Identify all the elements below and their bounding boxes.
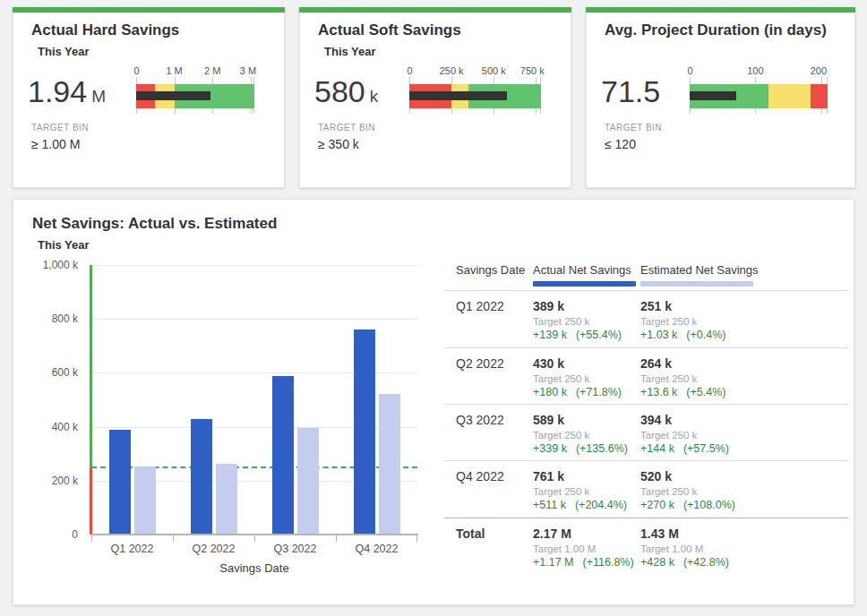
estimated-delta: +144 k(+57.5%)	[640, 442, 729, 455]
card-accent-strip	[299, 7, 571, 13]
kpi-card-actual-soft-savings: Actual Soft Savings This Year 580k 0250 …	[299, 7, 571, 188]
x-axis-tick-label: Q4 2022	[336, 543, 417, 555]
estimated-delta: +1.03 k(+0.4%)	[640, 329, 725, 341]
kpi-value-unit: k	[370, 87, 379, 106]
estimated-target: Target 250 k	[640, 373, 697, 384]
row-label[interactable]: Total	[456, 526, 485, 541]
estimated-delta-percent: (+108.0%)	[683, 499, 735, 511]
actual-delta-percent: (+135.6%)	[576, 442, 628, 455]
actual-value[interactable]: 430 k	[533, 356, 564, 371]
x-axis-tick-label: Q2 2022	[173, 543, 254, 555]
bullet-axis-tick-label: 1 M	[166, 65, 182, 76]
bullet-axis-tick-label: 2 M	[204, 65, 220, 76]
estimated-value[interactable]: 520 k	[640, 469, 672, 483]
estimated-net-savings-bar-q4-2022[interactable]	[379, 394, 400, 535]
bullet-axis-tick-label: 250 k	[440, 65, 464, 76]
x-axis-tick	[173, 535, 174, 542]
estimated-delta-percent: (+42.8%)	[683, 556, 729, 569]
kpi-card-avg-project-duration: Avg. Project Duration (in days) 71.5 010…	[586, 7, 855, 188]
estimated-value[interactable]: 1.43 M	[640, 526, 679, 541]
net-savings-table: Savings Date Actual Net Savings Estimate…	[443, 262, 851, 594]
estimated-delta-percent: (+0.4%)	[686, 329, 725, 341]
actual-delta: +511 k(+204.4%)	[533, 499, 627, 511]
table-header-estimated-net-savings[interactable]: Estimated Net Savings	[640, 263, 759, 277]
bullet-axis-tick-label: 100	[747, 65, 763, 76]
x-axis-tick-label: Q3 2022	[254, 543, 336, 555]
bullet-chart-project-duration[interactable]: 0100200	[690, 65, 828, 117]
estimated-delta-value: +270 k	[640, 499, 674, 511]
estimated-net-savings-bar-q2-2022[interactable]	[216, 464, 237, 535]
estimated-delta-percent: (+5.4%)	[686, 386, 725, 398]
actual-value[interactable]: 761 k	[533, 469, 564, 483]
table-row-separator	[444, 347, 848, 348]
actual-value[interactable]: 2.17 M	[533, 526, 571, 541]
actual-net-savings-bar-q2-2022[interactable]	[191, 419, 212, 535]
bullet-axis-tick-label: 500 k	[482, 65, 506, 76]
x-axis-tick	[336, 535, 337, 542]
row-label[interactable]: Q1 2022	[456, 299, 504, 313]
chart-title: Net Savings: Actual vs. Estimated	[32, 215, 277, 233]
actual-net-savings-bar-q4-2022[interactable]	[354, 329, 375, 535]
x-axis-tick-label: Q1 2022	[91, 543, 173, 555]
actual-delta-percent: (+116.8%)	[583, 556, 634, 569]
table-header-savings-date[interactable]: Savings Date	[456, 263, 525, 277]
actual-delta-value: +1.17 M	[533, 556, 574, 569]
estimated-value[interactable]: 264 k	[640, 356, 672, 371]
y-axis-tick-label: 1,000 k	[13, 259, 78, 271]
bullet-axis-tick-label: 3 M	[240, 65, 256, 76]
row-label[interactable]: Q3 2022	[456, 413, 504, 427]
bullet-chart-hard-savings[interactable]: 01 M2 M3 M	[136, 65, 254, 117]
kpi-value-unit: M	[91, 87, 106, 106]
actual-value[interactable]: 589 k	[533, 413, 564, 427]
table-row-separator	[444, 460, 848, 461]
bullet-chart-soft-savings[interactable]: 0250 k500 k750 k	[409, 65, 541, 117]
estimated-value[interactable]: 394 k	[640, 413, 672, 427]
row-label[interactable]: Q4 2022	[456, 469, 504, 483]
actual-delta: +1.17 M(+116.8%)	[533, 556, 634, 569]
bullet-range-band	[768, 84, 811, 108]
card-accent-strip	[13, 7, 285, 13]
actual-target: Target 250 k	[533, 316, 589, 327]
estimated-target: Target 1.00 M	[640, 543, 703, 554]
dashboard-page: Actual Hard Savings This Year 1.94M 01 M…	[0, 0, 867, 616]
bullet-axis-tick-label: 200	[811, 65, 827, 76]
actual-delta-value: +339 k	[533, 442, 567, 455]
estimated-net-savings-bar-q3-2022[interactable]	[297, 428, 319, 535]
kpi-title: Actual Soft Savings	[318, 21, 461, 39]
table-row-separator	[444, 290, 848, 291]
bullet-range-band	[811, 84, 828, 108]
y-axis-tick-label: 400 k	[13, 421, 78, 433]
actual-target: Target 1.00 M	[533, 543, 596, 554]
kpi-card-actual-hard-savings: Actual Hard Savings This Year 1.94M 01 M…	[13, 7, 285, 188]
y-axis-tick-label: 0	[13, 528, 78, 541]
gridline	[91, 265, 417, 266]
kpi-target-bin-value: ≥ 350 k	[318, 137, 359, 151]
actual-value[interactable]: 389 k	[533, 299, 564, 313]
bullet-axis-tick-label: 0	[134, 65, 140, 76]
estimated-delta: +270 k(+108.0%)	[640, 499, 735, 511]
kpi-value-number: 580	[314, 74, 365, 108]
kpi-subtitle: This Year	[38, 45, 90, 58]
estimated-net-savings-bar-q1-2022[interactable]	[134, 466, 156, 535]
kpi-value: 71.5	[601, 74, 665, 109]
estimated-delta-value: +13.6 k	[640, 386, 677, 398]
actual-target: Target 250 k	[533, 373, 589, 384]
actual-delta-percent: (+55.4%)	[576, 329, 622, 341]
actual-delta-value: +511 k	[533, 499, 566, 511]
row-label[interactable]: Q2 2022	[456, 356, 504, 371]
y-axis-tick-label: 200 k	[13, 475, 78, 487]
estimated-value[interactable]: 251 k	[640, 299, 672, 313]
actual-delta-value: +139 k	[533, 329, 567, 341]
kpi-value: 1.94M	[28, 74, 106, 109]
kpi-target-bin-value: ≥ 1.00 M	[31, 137, 80, 151]
y-axis-target-bin-segment	[90, 265, 92, 467]
estimated-delta-value: +144 k	[640, 442, 674, 455]
table-header-actual-net-savings[interactable]: Actual Net Savings	[533, 263, 631, 277]
bullet-measure-bar	[136, 91, 210, 100]
kpi-target-bin-value: ≤ 120	[605, 137, 636, 151]
actual-delta-percent: (+71.8%)	[576, 386, 622, 398]
x-axis-title: Savings Date	[91, 561, 417, 575]
actual-net-savings-bar-q3-2022[interactable]	[272, 376, 294, 535]
table-row-separator	[444, 404, 848, 405]
actual-net-savings-bar-q1-2022[interactable]	[109, 430, 131, 535]
